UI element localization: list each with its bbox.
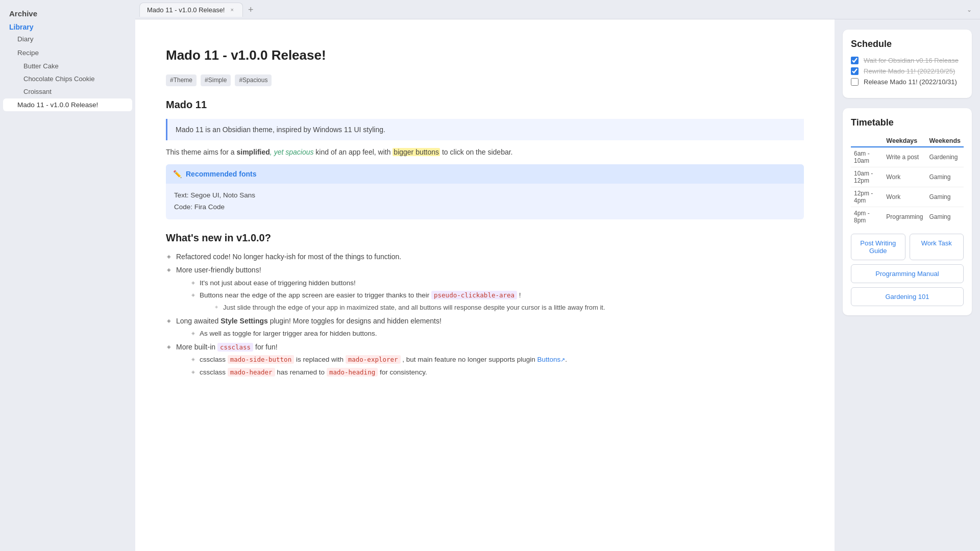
timetable-body: 6am - 10amWrite a postGardening10am - 12…: [851, 147, 964, 227]
schedule-text-1: Rewrite Mado 11! (2022/10/25): [864, 67, 955, 75]
schedule-checkbox-0[interactable]: [851, 57, 859, 64]
timetable-row-2: 12pm - 4pmWorkGaming: [851, 187, 964, 207]
sidebar-subitem-croissant[interactable]: Croissant: [3, 86, 132, 97]
section1-heading: Mado 11: [166, 96, 804, 113]
tab-add-button[interactable]: +: [244, 5, 258, 14]
bullet2: More user-friendly buttons! It's not jus…: [166, 264, 804, 313]
timetable-col-weekdays: Weekdays: [883, 135, 926, 147]
content-area: Mado 11 - v1.0.0 Release! #Theme #Simple…: [135, 19, 980, 551]
tag-theme[interactable]: #Theme: [166, 74, 197, 86]
timetable-cell-3-weekdays: Programming: [883, 207, 926, 227]
timetable-cell-1-weekdays: Work: [883, 167, 926, 187]
timetable-cell-0-weekends: Gardening: [926, 147, 964, 167]
section2-heading: What's new in v1.0.0?: [166, 230, 804, 246]
tag-spacious[interactable]: #Spacious: [235, 74, 272, 86]
timetable-cell-2-time: 12pm - 4pm: [851, 187, 883, 207]
bullet3: Long awaited Style Settings plugin! More…: [166, 315, 804, 339]
sidebar: Archive Library Diary Recipe Butter Cake…: [0, 0, 135, 551]
right-panel: Schedule Wait for Obsidian v0.16 Release…: [835, 19, 980, 551]
bullet4: More built-in cssclass for fun! cssclass…: [166, 341, 804, 378]
main-area: Mado 11 - v1.0.0 Release! × + ⌄ Mado 11 …: [135, 0, 980, 551]
schedule-item-0: Wait for Obsidian v0.16 Release: [851, 57, 964, 64]
bullet1: Refactored code! No longer hacky-ish for…: [166, 251, 804, 262]
sub-sub-bullet: Just slide through the edge of your app …: [214, 303, 804, 313]
timetable-cell-0-time: 6am - 10am: [851, 147, 883, 167]
schedule-text-0: Wait for Obsidian v0.16 Release: [864, 57, 959, 64]
callout-fonts-content: Text: Segoe UI, Noto Sans Code: Fira Cod…: [166, 184, 804, 219]
archive-label: Archive: [0, 5, 135, 20]
tag-list: #Theme #Simple #Spacious: [166, 74, 804, 86]
timetable-cell-1-time: 10am - 12pm: [851, 167, 883, 187]
sidebar-item-recipe[interactable]: Recipe: [3, 46, 132, 59]
sub-bullet2-2: Buttons near the edge of the app screen …: [190, 290, 804, 313]
schedule-item-1: Rewrite Mado 11! (2022/10/25): [851, 67, 964, 75]
timetable-table: Weekdays Weekends 6am - 10amWrite a post…: [851, 135, 964, 227]
timetable-cell-3-time: 4pm - 8pm: [851, 207, 883, 227]
schedule-items: Wait for Obsidian v0.16 ReleaseRewrite M…: [851, 57, 964, 86]
timetable-row-0: 6am - 10amWrite a postGardening: [851, 147, 964, 167]
sub-bullet3: As well as toggle for larger trigger are…: [190, 328, 804, 339]
sidebar-subitem-butter-cake[interactable]: Butter Cake: [3, 60, 132, 72]
callout-fonts-box: ✏️ Recommended fonts Text: Segoe UI, Not…: [166, 164, 804, 219]
library-label[interactable]: Library: [0, 20, 135, 32]
fonts-text-line: Text: Segoe UI, Noto Sans: [174, 190, 796, 202]
buttons-plugin-link[interactable]: Buttons↗: [537, 356, 566, 363]
timetable-card: Timetable Weekdays Weekends 6am - 10amWr…: [843, 108, 972, 315]
tag-simple[interactable]: #Simple: [201, 74, 231, 86]
sidebar-item-diary[interactable]: Diary: [3, 33, 132, 45]
schedule-card: Schedule Wait for Obsidian v0.16 Release…: [843, 30, 972, 98]
sub-bullet-list-4: cssclass mado-side-button is replaced wi…: [176, 354, 804, 378]
tabbar: Mado 11 - v1.0.0 Release! × + ⌄: [135, 0, 980, 19]
timetable-row-1: 10am - 12pmWorkGaming: [851, 167, 964, 187]
sub-bullet-list-3: As well as toggle for larger trigger are…: [176, 328, 804, 339]
timetable-link-1[interactable]: Work Task: [910, 234, 964, 260]
schedule-title: Schedule: [851, 39, 964, 49]
timetable-links: Post Writing GuideWork TaskProgramming M…: [851, 234, 964, 306]
tab-close-button[interactable]: ×: [229, 6, 235, 13]
sub-bullet2-1: It's not just about ease of triggering h…: [190, 278, 804, 289]
tab-label: Mado 11 - v1.0.0 Release!: [147, 6, 225, 14]
doc-title: Mado 11 - v1.0.0 Release!: [166, 45, 804, 66]
schedule-text-2: Release Mado 11! (2022/10/31): [864, 78, 957, 86]
sidebar-item-active[interactable]: Mado 11 - v1.0.0 Release!: [3, 98, 132, 111]
timetable-cell-3-weekends: Gaming: [926, 207, 964, 227]
sidebar-subitem-chocolate-chips-cookie[interactable]: Chocolate Chips Cookie: [3, 73, 132, 85]
timetable-row-3: 4pm - 8pmProgrammingGaming: [851, 207, 964, 227]
pencil-icon: ✏️: [173, 168, 182, 180]
tab-dropdown-button[interactable]: ⌄: [963, 4, 976, 15]
timetable-cell-2-weekends: Gaming: [926, 187, 964, 207]
timetable-title: Timetable: [851, 117, 964, 128]
sub-bullet4-1: cssclass mado-side-button is replaced wi…: [190, 354, 804, 365]
timetable-cell-1-weekends: Gaming: [926, 167, 964, 187]
schedule-checkbox-2[interactable]: [851, 78, 859, 86]
schedule-checkbox-1[interactable]: [851, 67, 859, 75]
schedule-item-2: Release Mado 11! (2022/10/31): [851, 78, 964, 86]
timetable-link-full-1[interactable]: Gardening 101: [851, 287, 964, 306]
code-text-line: Code: Fira Code: [174, 202, 796, 213]
sub-bullet-list-2: It's not just about ease of triggering h…: [176, 278, 804, 313]
timetable-cell-0-weekdays: Write a post: [883, 147, 926, 167]
intro-paragraph: This theme aims for a simplified, yet sp…: [166, 146, 804, 158]
timetable-col-weekends: Weekends: [926, 135, 964, 147]
timetable-cell-2-weekdays: Work: [883, 187, 926, 207]
timetable-link-0[interactable]: Post Writing Guide: [851, 234, 905, 260]
document: Mado 11 - v1.0.0 Release! #Theme #Simple…: [135, 19, 835, 551]
main-bullet-list: Refactored code! No longer hacky-ish for…: [166, 251, 804, 378]
callout-quote: Mado 11 is an Obsidian theme, inspired b…: [166, 119, 804, 140]
callout-fonts-header[interactable]: ✏️ Recommended fonts: [166, 164, 804, 184]
sub-sub-list: Just slide through the edge of your app …: [200, 303, 804, 313]
sub-bullet4-2: cssclass mado-header has renamed to mado…: [190, 367, 804, 378]
timetable-link-full-0[interactable]: Programming Manual: [851, 264, 964, 283]
active-tab[interactable]: Mado 11 - v1.0.0 Release! ×: [139, 3, 243, 17]
timetable-col-time: [851, 135, 883, 147]
